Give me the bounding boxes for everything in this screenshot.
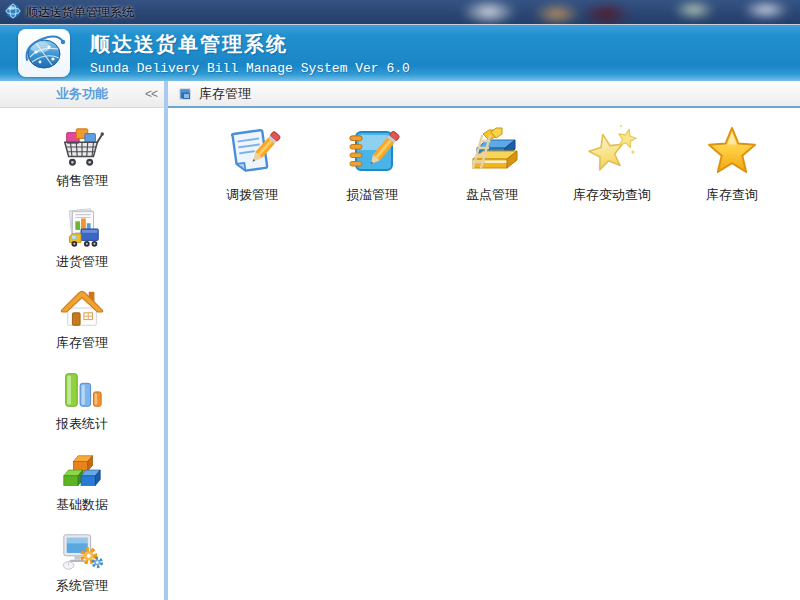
shopping-cart-icon (59, 125, 105, 169)
sidebar-item-reports[interactable]: 报表统计 (22, 361, 142, 442)
app-window: 顺达送货单管理系统 顺达送货单管理系统 Sunda De (0, 0, 800, 600)
launcher-label: 损溢管理 (346, 186, 398, 204)
magic-stars-icon (583, 122, 641, 180)
sidebar-item-system[interactable]: 系统管理 (22, 523, 142, 600)
gold-star-icon (703, 122, 761, 180)
sidebar-title: 业务功能 (0, 85, 138, 103)
globe-network-logo-icon (22, 32, 66, 74)
launcher-stocktake-management[interactable]: 盘点管理 (432, 120, 552, 204)
launcher-transfer-management[interactable]: 调拨管理 (192, 120, 312, 204)
app-logo (18, 29, 70, 77)
titlebar-title: 顺达送货单管理系统 (26, 4, 134, 21)
sidebar-item-basedata[interactable]: 基础数据 (22, 442, 142, 523)
sidebar-item-label: 销售管理 (56, 172, 108, 190)
sidebar-item-label: 基础数据 (56, 496, 108, 514)
sidebar-header: 业务功能 << (0, 81, 164, 108)
window-icon (178, 87, 192, 101)
sidebar-item-purchase[interactable]: 进货管理 (22, 199, 142, 280)
launcher-label: 库存查询 (706, 186, 758, 204)
sidebar: 业务功能 << (0, 81, 168, 600)
documents-truck-icon (59, 206, 105, 250)
main-content: 调拨管理 (168, 108, 800, 600)
tab-label: 库存管理 (199, 85, 251, 103)
main-panel: 库存管理 (168, 81, 800, 600)
sidebar-item-label: 系统管理 (56, 577, 108, 595)
launcher-label: 盘点管理 (466, 186, 518, 204)
house-icon (59, 287, 105, 331)
launcher-stock-change-query[interactable]: 库存变动查询 (552, 120, 672, 204)
document-pencil-icon (223, 122, 281, 180)
launcher-loss-gain-management[interactable]: 损溢管理 (312, 120, 432, 204)
titlebar: 顺达送货单管理系统 (0, 0, 800, 25)
blocks-icon (59, 449, 105, 493)
bar-chart-icon (59, 368, 105, 412)
app-header: 顺达送货单管理系统 Sunda Delivery Bill Manage Sys… (0, 25, 800, 81)
window-globe-icon (5, 3, 21, 23)
sidebar-item-label: 报表统计 (56, 415, 108, 433)
launcher-label: 调拨管理 (226, 186, 278, 204)
app-title: 顺达送货单管理系统 (90, 31, 410, 58)
tabstrip: 库存管理 (168, 81, 800, 108)
sidebar-item-label: 库存管理 (56, 334, 108, 352)
books-ladder-icon (463, 122, 521, 180)
launcher-label: 库存变动查询 (573, 186, 651, 204)
sidebar-collapse-button[interactable]: << (138, 87, 164, 101)
sidebar-item-label: 进货管理 (56, 253, 108, 271)
app-subtitle: Sunda Delivery Bill Manage System Ver 6.… (90, 61, 410, 76)
launcher-stock-query[interactable]: 库存查询 (672, 120, 792, 204)
tab-inventory-management[interactable]: 库存管理 (168, 81, 263, 106)
monitor-gears-icon (59, 530, 105, 574)
notebook-pencil-icon (343, 122, 401, 180)
sidebar-item-inventory[interactable]: 库存管理 (22, 280, 142, 361)
sidebar-item-sales[interactable]: 销售管理 (22, 118, 142, 199)
